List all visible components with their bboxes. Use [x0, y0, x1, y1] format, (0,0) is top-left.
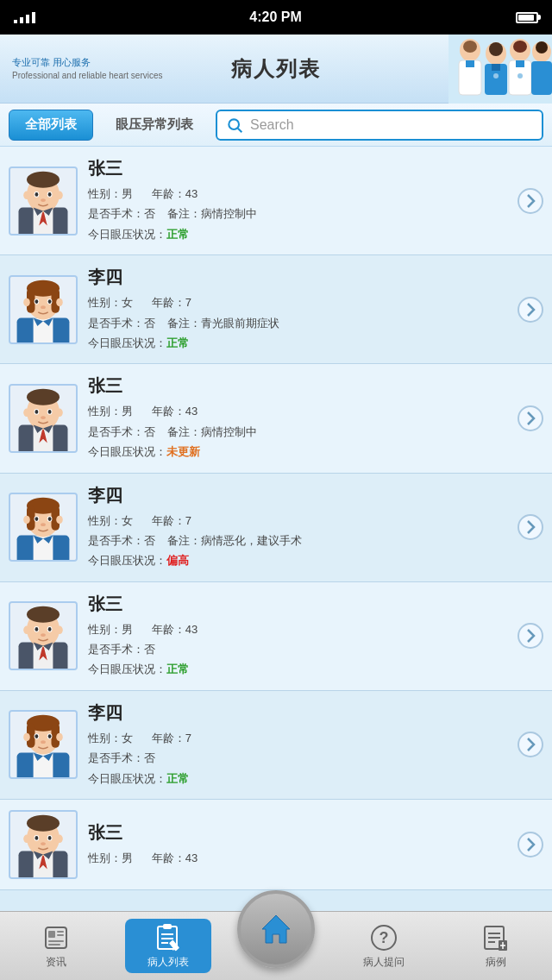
- nav-item-news[interactable]: 资讯: [13, 922, 99, 970]
- svg-rect-133: [48, 944, 60, 945]
- tab-all[interactable]: 全部列表: [9, 110, 93, 141]
- svg-point-125: [41, 842, 46, 845]
- svg-point-43: [56, 298, 63, 306]
- patient-item[interactable]: 李四 性别：女 年龄：7是否手术：否今日眼压状况：正常: [0, 691, 552, 800]
- patient-name: 李四: [88, 701, 507, 725]
- nav-label-question: 病人提问: [363, 955, 405, 970]
- svg-point-48: [41, 305, 46, 309]
- battery-area: [516, 12, 538, 23]
- patient-avatar: [9, 275, 78, 344]
- patient-item[interactable]: 张三 性别：男 年龄：43: [0, 800, 552, 890]
- patient-list-icon: [151, 922, 185, 953]
- svg-point-120: [56, 835, 63, 844]
- svg-point-74: [56, 516, 63, 525]
- patient-list: 张三 性别：男 年龄：43是否手术：否 备注：病情控制中今日眼压状况：正常: [0, 147, 552, 911]
- nav-item-question[interactable]: ? 病人提问: [341, 922, 427, 970]
- patient-chevron[interactable]: [518, 188, 543, 214]
- patient-info: 张三 性别：男 年龄：43是否手术：否 备注：病情控制中今日眼压状况：正常: [88, 157, 507, 244]
- case-icon: [479, 922, 513, 953]
- svg-point-73: [23, 516, 30, 525]
- search-placeholder: Search: [250, 117, 294, 133]
- svg-point-105: [56, 733, 63, 742]
- signal-icon: [14, 12, 35, 23]
- search-box[interactable]: Search: [216, 110, 543, 141]
- svg-rect-8: [492, 64, 500, 71]
- patient-detail: 性别：女 年龄：7是否手术：否今日眼压状况：正常: [88, 728, 507, 788]
- search-icon: [226, 116, 243, 134]
- svg-point-88: [23, 626, 30, 635]
- bottom-nav: 资讯 病人列表 ?: [0, 911, 552, 980]
- svg-point-26: [23, 191, 30, 199]
- svg-point-42: [23, 298, 30, 306]
- svg-rect-4: [466, 60, 474, 67]
- svg-point-2: [463, 41, 477, 53]
- svg-rect-131: [57, 934, 64, 936]
- svg-rect-12: [516, 60, 524, 67]
- svg-point-17: [518, 73, 523, 79]
- svg-point-62: [48, 410, 52, 414]
- svg-line-19: [238, 128, 242, 132]
- patient-item[interactable]: 张三 性别：男 年龄：43是否手术：否 备注：病情控制中今日眼压状况：正常: [0, 147, 552, 255]
- patient-detail: 性别：女 年龄：7是否手术：否 备注：青光眼前期症状今日眼压状况：正常: [88, 292, 507, 353]
- patient-avatar: [9, 493, 78, 562]
- svg-point-47: [48, 299, 52, 304]
- svg-marker-141: [262, 915, 290, 943]
- patient-avatar: [9, 710, 78, 779]
- patient-item[interactable]: 张三 性别：男 年龄：43是否手术：否今日眼压状况：正常: [0, 582, 552, 691]
- svg-point-14: [536, 41, 548, 53]
- svg-point-31: [48, 192, 52, 197]
- patient-detail: 性别：男 年龄：43: [88, 848, 507, 868]
- svg-point-94: [41, 633, 46, 637]
- header: 专业可靠 用心服务 Professional and reliable hear…: [0, 35, 552, 104]
- patient-info: 张三 性别：男 年龄：43是否手术：否今日眼压状况：正常: [88, 593, 507, 680]
- patient-chevron[interactable]: [518, 732, 543, 757]
- patient-avatar: [9, 384, 78, 453]
- svg-point-92: [35, 627, 39, 631]
- svg-point-27: [56, 191, 63, 199]
- patient-chevron[interactable]: [518, 297, 543, 323]
- patient-detail: 性别：男 年龄：43是否手术：否 备注：病情控制中今日眼压状况：未更新: [88, 401, 507, 462]
- patient-chevron[interactable]: [518, 832, 543, 858]
- patient-name: 李四: [88, 266, 507, 289]
- svg-point-61: [35, 410, 39, 414]
- nav-label-news: 资讯: [46, 955, 66, 970]
- svg-text:?: ?: [380, 929, 389, 946]
- patient-chevron[interactable]: [518, 623, 543, 649]
- patient-avatar: [9, 166, 78, 236]
- svg-point-89: [56, 626, 63, 635]
- patient-name: 张三: [88, 593, 507, 616]
- patient-item[interactable]: 李四 性别：女 年龄：7是否手术：否 备注：青光眼前期症状今日眼压状况：正常: [0, 255, 552, 364]
- patient-item[interactable]: 李四 性别：女 年龄：7是否手术：否 备注：病情恶化，建议手术今日眼压状况：偏高: [0, 474, 552, 582]
- nav-item-patient-list[interactable]: 病人列表: [125, 919, 211, 973]
- tab-abnormal[interactable]: 眼压异常列表: [100, 110, 209, 141]
- patient-name: 李四: [88, 484, 507, 507]
- patient-info: 李四 性别：女 年龄：7是否手术：否 备注：青光眼前期症状今日眼压状况：正常: [88, 266, 507, 353]
- header-image: [448, 35, 552, 104]
- patient-avatar: [9, 601, 78, 670]
- svg-point-87: [27, 606, 60, 623]
- svg-point-10: [513, 41, 527, 53]
- svg-point-118: [27, 815, 60, 832]
- patient-chevron[interactable]: [518, 514, 543, 540]
- svg-point-77: [35, 517, 39, 521]
- svg-point-79: [41, 523, 46, 526]
- svg-point-16: [493, 73, 499, 79]
- svg-point-78: [48, 517, 52, 521]
- svg-point-63: [41, 416, 46, 419]
- battery-icon: [516, 12, 538, 23]
- svg-point-6: [489, 42, 503, 56]
- svg-point-32: [41, 198, 46, 202]
- svg-point-109: [48, 735, 52, 739]
- svg-point-58: [56, 409, 63, 418]
- svg-rect-15: [531, 61, 552, 95]
- patient-item[interactable]: 张三 性别：男 年龄：43是否手术：否 备注：病情控制中今日眼压状况：未更新: [0, 364, 552, 473]
- patient-name: 张三: [88, 821, 507, 845]
- svg-point-119: [23, 835, 30, 844]
- home-button[interactable]: [237, 890, 315, 968]
- question-icon: ?: [367, 922, 401, 953]
- nav-item-case[interactable]: 病例: [453, 922, 539, 970]
- tabs-bar: 全部列表 眼压异常列表 Search: [0, 104, 552, 147]
- patient-info: 李四 性别：女 年龄：7是否手术：否 备注：病情恶化，建议手术今日眼压状况：偏高: [88, 484, 507, 571]
- patient-chevron[interactable]: [518, 405, 543, 431]
- nav-label-patient-list: 病人列表: [147, 955, 189, 970]
